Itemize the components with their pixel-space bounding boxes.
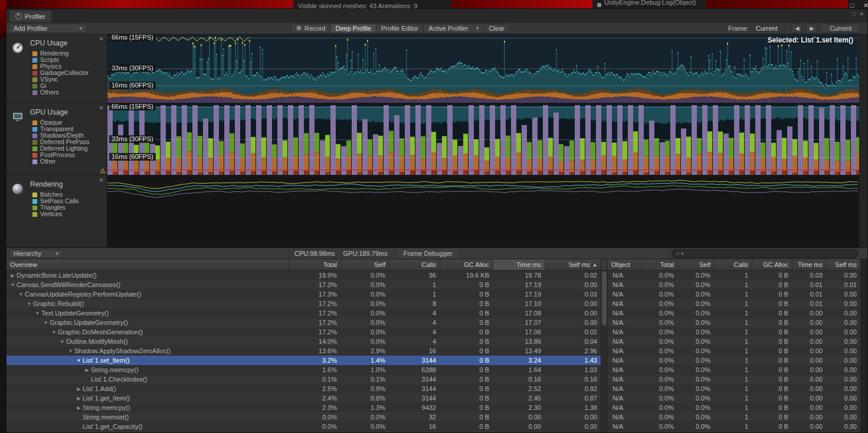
close-module-icon[interactable]: ✕ — [99, 105, 104, 111]
detail-row[interactable]: N/A0.0%0.0%10 B0.000.00 — [608, 384, 860, 393]
detail-row[interactable]: N/A0.0%0.0%10 B0.000.00 — [608, 346, 860, 356]
hierarchy-mode-dropdown[interactable]: Hierarchy ▾ — [9, 249, 63, 258]
foldout-icon[interactable]: ▶ — [9, 273, 17, 278]
detail-row[interactable]: N/A0.0%0.0%10 B0.000.00 — [608, 327, 860, 337]
add-profiler-dropdown[interactable]: Add Profiler ▾ — [9, 24, 87, 33]
column-header-total[interactable]: Total — [289, 259, 340, 270]
foldout-icon[interactable]: ▶ — [83, 367, 91, 373]
overview-row[interactable]: ▼Graphic.UpdateGeometry()17.2%0.0%40 B17… — [6, 318, 601, 327]
column-header-self-ms[interactable]: Self ms ▲ — [545, 259, 601, 270]
detail-row[interactable]: N/A0.0%0.0%10 B0.000.00 — [608, 422, 860, 431]
cell-self: 1.3% — [340, 404, 389, 411]
cpu-usage-chart[interactable]: Selected: List`1.set Item() 66ms (15FPS)… — [107, 34, 859, 103]
overview-row[interactable]: ▼CanvasUpdateRegistry.PerformUpdate()17.… — [6, 289, 601, 299]
search-icon[interactable]: ⌕ — [676, 250, 680, 256]
detail-row[interactable]: N/A0.0%0.0%10 B0.000.00 — [608, 403, 860, 412]
overview-row[interactable]: ▶DynamicBone.LateUpdate()19.9%0.0%3619.6… — [6, 271, 601, 280]
scrollbar-track[interactable] — [601, 271, 607, 432]
detail-row[interactable]: N/A0.0%0.0%10 B0.010.01 — [608, 280, 860, 289]
detail-row[interactable]: N/A0.0%0.0%10 B0.000.00 — [608, 365, 860, 375]
outer-window-controls: □ ✕ — [848, 0, 868, 8]
profile-editor-button[interactable]: Profile Editor — [376, 24, 424, 33]
foldout-icon[interactable]: ▶ — [75, 386, 83, 392]
detail-row[interactable]: N/A0.0%0.0%10 B0.010.00 — [608, 299, 860, 308]
foldout-icon[interactable]: ▼ — [50, 330, 58, 335]
overview-row[interactable]: ▶List`1.get_Item()2.4%0.8%31440 B2.450.8… — [6, 393, 601, 403]
foldout-icon[interactable]: ▼ — [34, 311, 41, 316]
deep-profile-button[interactable]: Deep Profile — [330, 24, 376, 33]
foldout-icon[interactable]: ▼ — [17, 292, 25, 297]
profiler-tab[interactable]: Profiler — [9, 10, 52, 22]
foldout-icon[interactable]: ▼ — [25, 301, 33, 307]
cell-self-ms: 0.16 — [545, 376, 601, 383]
column-header-gc-alloc[interactable]: GC Alloc — [440, 259, 493, 270]
overview-row[interactable]: ▶List`1.Add()2.5%0.9%31440 B2.520.92 — [6, 384, 601, 393]
detail-row[interactable]: N/A0.0%0.0%10 B0.000.00 — [608, 375, 860, 384]
foldout-icon[interactable]: ▶ — [75, 405, 83, 411]
foldout-icon[interactable]: ▼ — [58, 339, 66, 344]
warning-icon[interactable]: ⚠ — [100, 168, 106, 174]
detail-row[interactable]: N/A0.0%0.0%10 B0.030.00 — [608, 271, 860, 280]
rendering-chart-canvas[interactable] — [107, 175, 859, 247]
column-header-total[interactable]: Total — [640, 259, 677, 270]
detail-row[interactable]: N/A0.0%0.0%10 B0.000.00 — [608, 431, 860, 432]
foldout-icon[interactable]: ▼ — [9, 282, 17, 288]
legend-item-vertices[interactable]: Vertices — [32, 211, 103, 217]
search-input[interactable] — [686, 250, 853, 257]
column-header-self[interactable]: Self — [677, 259, 714, 270]
column-header-time-ms[interactable]: Time ms — [792, 259, 826, 270]
frame-debugger-button[interactable]: Frame Debugger — [396, 249, 460, 258]
close-icon[interactable]: ✕ — [859, 11, 864, 18]
overview-row[interactable]: List`1.get_Capacity()0.0%0.0%160 B0.000.… — [6, 422, 601, 431]
detail-row[interactable]: N/A0.0%0.0%10 B0.010.00 — [608, 289, 860, 299]
chevron-down-icon[interactable]: ▾ — [682, 251, 684, 256]
overview-row[interactable]: ▼Graphic.DoMeshGeneration()17.2%0.0%40 B… — [6, 327, 601, 337]
legend-item-others[interactable]: Others — [32, 89, 103, 96]
overview-row[interactable]: ▼Graphic.Rebuild()17.2%0.0%80 B17.100.00 — [6, 299, 601, 308]
foldout-icon[interactable]: ▼ — [42, 320, 50, 325]
column-header-calls[interactable]: Calls — [714, 259, 752, 270]
overview-row[interactable]: List`1.CheckIndex()0.1%0.1%31440 B0.160.… — [6, 375, 601, 384]
current-frame-button[interactable]: Current — [821, 24, 860, 33]
close-module-icon[interactable]: ✕ — [99, 177, 104, 183]
column-header-self-ms[interactable]: Self ms — [826, 259, 860, 270]
overview-row[interactable]: String.memset()0.0%0.0%320 B0.000.00 — [6, 412, 601, 422]
foldout-icon[interactable]: ▼ — [67, 349, 74, 354]
column-header-object[interactable]: Object — [608, 259, 640, 270]
overview-row[interactable]: ▼Canvas.SendWillRenderCanvases()17.3%0.0… — [6, 280, 601, 289]
detail-row[interactable]: N/A0.0%0.0%10 B0.000.00 — [608, 337, 860, 346]
cell-total: 0.1% — [289, 376, 340, 383]
foldout-icon[interactable]: ▼ — [75, 358, 83, 363]
overview-row[interactable]: ▶String.memcpy()1.6%1.0%62880 B1.641.03 — [6, 365, 601, 375]
detail-row[interactable]: N/A0.0%0.0%10 B0.000.00 — [608, 308, 860, 318]
overview-row[interactable]: ▼Text.UpdateGeometry()17.2%0.0%40 B17.08… — [6, 308, 601, 318]
clear-button[interactable]: Clear — [484, 24, 509, 33]
rendering-chart[interactable] — [107, 175, 859, 248]
overview-row[interactable]: ▶String.memcpy()2.3%1.3%94320 B2.301.38 — [6, 403, 601, 412]
overview-row[interactable]: ▼List`1.set_Item()3.2%1.4%31440 B3.241.4… — [6, 356, 601, 365]
maximize-icon[interactable]: □ — [852, 11, 855, 18]
detail-row[interactable]: N/A0.0%0.0%10 B0.000.00 — [608, 393, 860, 403]
overview-row[interactable]: ▼Shadow.ApplyShadowZeroAlloc()13.6%2.9%1… — [6, 346, 601, 356]
scrollbar-thumb[interactable] — [602, 271, 607, 325]
column-header-overview[interactable]: Overview — [6, 259, 289, 270]
column-header-time-ms[interactable]: Time ms — [493, 259, 545, 270]
prev-frame-button[interactable]: ◀ — [791, 24, 803, 33]
overview-row[interactable]: List`1.get_Count()0.0%0.0%160 B0.000.00 — [6, 431, 601, 432]
column-header-gc-alloc[interactable]: GC Alloc — [752, 259, 792, 270]
overview-row[interactable]: ▼Outline.ModifyMesh()14.0%0.0%40 B13.860… — [6, 337, 601, 346]
foldout-icon[interactable]: ▶ — [75, 396, 83, 401]
next-frame-button[interactable]: ▶ — [806, 24, 817, 33]
column-header-calls[interactable]: Calls — [389, 259, 440, 270]
legend-item-other[interactable]: Other — [32, 158, 103, 165]
detail-row[interactable]: N/A0.0%0.0%10 B0.000.00 — [608, 356, 860, 365]
vertical-scrollbar[interactable] — [601, 259, 608, 432]
record-button[interactable]: Record — [291, 24, 330, 33]
active-profiler-dropdown[interactable]: Active Profiler ▾ — [424, 24, 484, 33]
column-header-self[interactable]: Self — [340, 259, 389, 270]
detail-row[interactable]: N/A0.0%0.0%10 B0.000.00 — [608, 412, 860, 422]
detail-row[interactable]: N/A0.0%0.0%10 B0.000.00 — [608, 318, 860, 327]
search-field[interactable]: ⌕ ▾ — [672, 249, 858, 258]
close-module-icon[interactable]: ✕ — [99, 35, 104, 42]
gpu-usage-chart[interactable]: 66ms (15FPS)33ms (30FPS)16ms (60FPS) — [107, 103, 859, 175]
